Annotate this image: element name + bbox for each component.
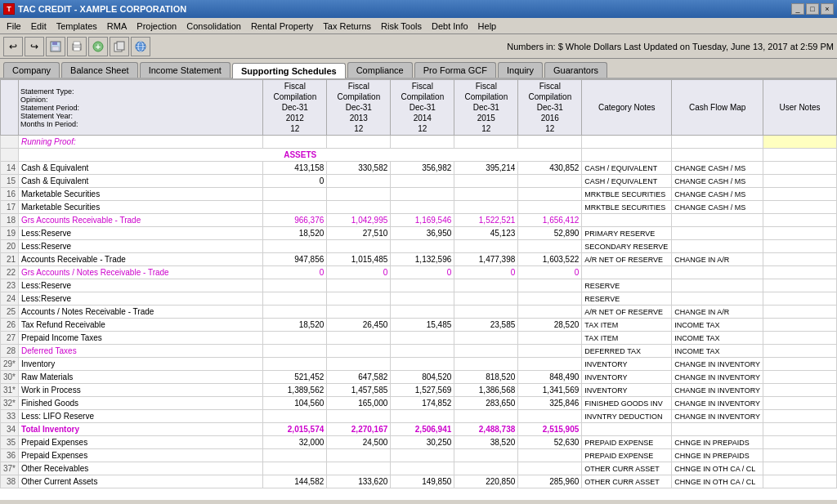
value-cell[interactable] — [327, 175, 391, 188]
notes-cell[interactable] — [763, 332, 837, 345]
value-cell[interactable] — [454, 410, 518, 423]
value-cell[interactable] — [518, 201, 582, 214]
value-cell[interactable] — [454, 279, 518, 292]
value-cell[interactable]: 38,520 — [454, 436, 518, 449]
value-cell[interactable] — [454, 292, 518, 306]
value-cell[interactable] — [391, 240, 454, 253]
value-cell[interactable]: 149,850 — [391, 475, 454, 488]
value-cell[interactable] — [327, 449, 391, 462]
value-cell[interactable]: 133,620 — [327, 475, 391, 488]
value-cell[interactable] — [454, 449, 518, 462]
notes-cell[interactable] — [763, 319, 837, 332]
value-cell[interactable]: 45,123 — [454, 227, 518, 240]
add-button[interactable]: + — [88, 37, 108, 56]
notes-cell[interactable] — [763, 240, 837, 253]
value-cell[interactable] — [518, 410, 582, 423]
value-cell[interactable]: 395,214 — [454, 162, 518, 175]
value-cell[interactable]: 330,582 — [327, 162, 391, 175]
notes-cell[interactable] — [763, 371, 837, 384]
value-cell[interactable]: 1,522,521 — [454, 214, 518, 227]
notes-cell[interactable] — [763, 227, 837, 240]
value-cell[interactable]: 818,520 — [454, 371, 518, 384]
notes-cell[interactable] — [763, 292, 837, 306]
value-cell[interactable]: 283,650 — [454, 397, 518, 410]
notes-cell[interactable] — [763, 436, 837, 449]
value-cell[interactable]: 285,960 — [518, 475, 582, 488]
value-cell[interactable]: 0 — [518, 266, 582, 279]
value-cell[interactable] — [327, 188, 391, 201]
notes-cell[interactable] — [763, 449, 837, 462]
value-cell[interactable] — [518, 188, 582, 201]
notes-cell[interactable] — [763, 279, 837, 292]
value-cell[interactable] — [327, 410, 391, 423]
menu-item-templates[interactable]: Templates — [51, 20, 102, 33]
value-cell[interactable] — [454, 332, 518, 345]
value-cell[interactable] — [327, 306, 391, 319]
value-cell[interactable] — [327, 240, 391, 253]
value-cell[interactable]: 1,656,412 — [518, 214, 582, 227]
value-cell[interactable]: 220,850 — [454, 475, 518, 488]
notes-cell[interactable] — [763, 358, 837, 371]
value-cell[interactable]: 0 — [327, 266, 391, 279]
value-cell[interactable]: 947,856 — [263, 253, 327, 266]
value-cell[interactable] — [391, 279, 454, 292]
value-cell[interactable]: 15,485 — [391, 319, 454, 332]
notes-cell[interactable] — [763, 201, 837, 214]
value-cell[interactable]: 2,506,941 — [391, 423, 454, 436]
value-cell[interactable] — [391, 449, 454, 462]
value-cell[interactable] — [391, 175, 454, 188]
value-cell[interactable] — [263, 240, 327, 253]
value-cell[interactable] — [263, 332, 327, 345]
value-cell[interactable]: 325,846 — [518, 397, 582, 410]
value-cell[interactable] — [263, 279, 327, 292]
value-cell[interactable]: 1,132,596 — [391, 253, 454, 266]
value-cell[interactable] — [454, 201, 518, 214]
value-cell[interactable] — [327, 201, 391, 214]
value-cell[interactable]: 647,582 — [327, 371, 391, 384]
value-cell[interactable] — [518, 306, 582, 319]
value-cell[interactable] — [263, 201, 327, 214]
value-cell[interactable] — [263, 345, 327, 358]
value-cell[interactable]: 1,389,562 — [263, 384, 327, 397]
value-cell[interactable]: 52,890 — [518, 227, 582, 240]
menu-item-risk-tools[interactable]: Risk Tools — [376, 20, 427, 33]
value-cell[interactable] — [518, 279, 582, 292]
copy-button[interactable] — [110, 37, 129, 56]
save-button[interactable] — [46, 37, 65, 56]
notes-cell[interactable] — [763, 175, 837, 188]
minimize-button[interactable]: _ — [791, 3, 804, 15]
value-cell[interactable]: 24,500 — [327, 436, 391, 449]
value-cell[interactable]: 1,527,569 — [391, 384, 454, 397]
value-cell[interactable] — [391, 306, 454, 319]
value-cell[interactable]: 32,000 — [263, 436, 327, 449]
notes-cell[interactable] — [763, 162, 837, 175]
value-cell[interactable] — [327, 462, 391, 475]
value-cell[interactable] — [454, 188, 518, 201]
value-cell[interactable]: 966,376 — [263, 214, 327, 227]
tab-balance-sheet[interactable]: Balance Sheet — [61, 62, 138, 78]
value-cell[interactable]: 144,582 — [263, 475, 327, 488]
value-cell[interactable] — [263, 449, 327, 462]
value-cell[interactable] — [327, 136, 391, 149]
value-cell[interactable] — [391, 462, 454, 475]
value-cell[interactable] — [454, 462, 518, 475]
notes-cell[interactable] — [763, 188, 837, 201]
menu-item-consolidation[interactable]: Consolidation — [181, 20, 246, 33]
value-cell[interactable]: 1,015,485 — [327, 253, 391, 266]
notes-cell[interactable] — [763, 306, 837, 319]
value-cell[interactable]: 52,630 — [518, 436, 582, 449]
notes-cell[interactable] — [763, 397, 837, 410]
tab-inquiry[interactable]: Inquiry — [498, 62, 543, 78]
menu-item-file[interactable]: File — [2, 20, 26, 33]
menu-item-rma[interactable]: RMA — [102, 20, 132, 33]
tab-income-statement[interactable]: Income Statement — [140, 62, 231, 78]
menu-item-rental-property[interactable]: Rental Property — [246, 20, 318, 33]
web-button[interactable] — [131, 37, 150, 56]
value-cell[interactable] — [327, 332, 391, 345]
value-cell[interactable]: 0 — [263, 175, 327, 188]
value-cell[interactable] — [391, 292, 454, 306]
value-cell[interactable] — [454, 175, 518, 188]
print-button[interactable] — [67, 37, 87, 56]
tab-guarantors[interactable]: Guarantors — [544, 62, 607, 78]
value-cell[interactable] — [327, 292, 391, 306]
